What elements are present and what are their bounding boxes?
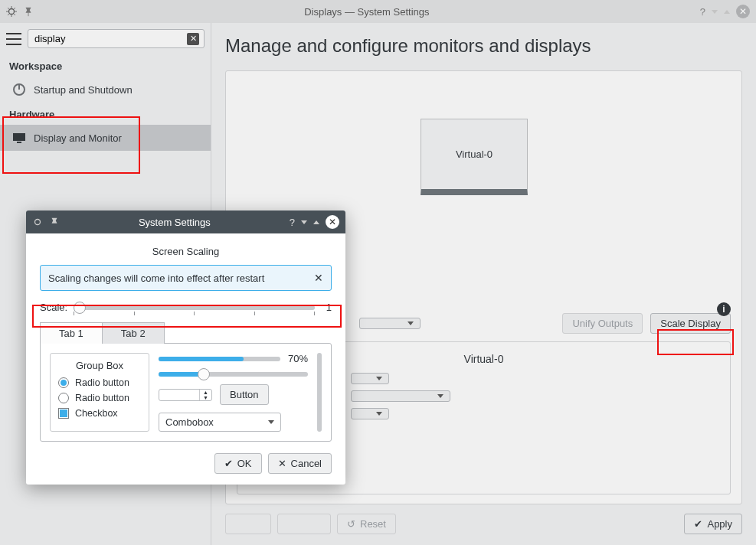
info-message-text: Scaling changes will come into effect af… <box>48 272 264 284</box>
spin-up-icon: ▲ <box>200 390 211 395</box>
minimize-icon[interactable] <box>301 220 307 224</box>
apply-button[interactable]: ✔Apply <box>684 514 742 534</box>
maximize-icon[interactable] <box>313 220 319 224</box>
tab-1[interactable]: Tab 1 <box>40 322 103 344</box>
partial-dropdown[interactable] <box>359 318 421 329</box>
sidebar-item-label: Display and Monitor <box>34 132 122 144</box>
setting-dropdown-2[interactable] <box>351 408 389 419</box>
orientation-dropdown[interactable] <box>351 390 450 402</box>
bottom-action-bar: ↺Reset ✔Apply <box>225 514 742 534</box>
page-title: Manage and configure monitors and displa… <box>225 35 742 57</box>
close-icon[interactable]: ✕ <box>736 5 750 18</box>
demo-slider[interactable] <box>159 372 308 377</box>
scrollbar[interactable] <box>317 353 322 432</box>
monitor-tile[interactable]: Virtual-0 <box>421 119 528 195</box>
reset-button[interactable]: ↺Reset <box>337 514 396 534</box>
svg-point-0 <box>9 9 15 15</box>
dialog-subtitle: Screen Scaling <box>40 246 332 257</box>
group-box: Group Box Radio button Radio button Chec… <box>50 353 149 432</box>
clear-search-icon[interactable]: ✕ <box>187 33 199 45</box>
groupbox-title: Group Box <box>58 360 141 371</box>
search-input[interactable]: ✕ <box>28 29 205 48</box>
svg-rect-4 <box>13 133 25 141</box>
svg-point-6 <box>35 220 41 225</box>
info-message: Scaling changes will come into effect af… <box>40 265 332 291</box>
category-hardware: Hardware <box>0 103 211 125</box>
monitor-icon <box>12 131 26 145</box>
search-field[interactable] <box>33 32 187 45</box>
sidebar-item-display[interactable]: Display and Monitor <box>0 125 211 151</box>
tab-2[interactable]: Tab 2 <box>103 322 165 344</box>
pin-icon[interactable] <box>23 6 34 17</box>
scale-value: 1 <box>321 302 332 313</box>
checkbox-1[interactable]: Checkbox <box>58 408 141 419</box>
demo-button[interactable]: Button <box>220 384 269 405</box>
close-icon[interactable]: ✕ <box>326 215 339 229</box>
hidden-btn-2[interactable] <box>277 514 331 534</box>
pin-icon[interactable] <box>49 217 60 227</box>
scale-display-button[interactable]: Scale Display <box>650 313 731 334</box>
window-titlebar: Displays — System Settings ? ✕ <box>0 0 756 23</box>
info-icon[interactable]: i <box>717 302 731 316</box>
settings-icon <box>32 217 43 227</box>
minimize-icon[interactable] <box>712 10 718 14</box>
svg-rect-5 <box>17 142 21 143</box>
menu-icon[interactable] <box>6 33 21 45</box>
progress-bar <box>159 357 280 361</box>
setting-dropdown-1[interactable] <box>351 373 389 384</box>
settings-icon <box>6 6 17 17</box>
dismiss-message-icon[interactable]: ✕ <box>314 272 323 284</box>
scale-slider[interactable] <box>74 305 315 310</box>
tab-content: Group Box Radio button Radio button Chec… <box>40 343 332 442</box>
scale-row: Scale: 1 <box>40 302 332 313</box>
help-icon[interactable]: ? <box>290 217 295 228</box>
screen-scaling-dialog: System Settings ? ✕ Screen Scaling Scali… <box>26 210 345 485</box>
radio-1[interactable]: Radio button <box>58 377 141 388</box>
scale-label: Scale: <box>40 302 67 313</box>
spin-down-icon: ▼ <box>200 395 211 400</box>
spinbox[interactable]: ▲▼ <box>159 389 212 401</box>
dialog-title: System Settings <box>60 217 290 228</box>
progress-value: 70% <box>288 353 308 364</box>
power-icon <box>12 83 26 96</box>
radio-2[interactable]: Radio button <box>58 393 141 403</box>
sidebar-item-startup[interactable]: Startup and Shutdown <box>0 77 211 103</box>
monitor-label: Virtual-0 <box>456 148 493 160</box>
ok-button[interactable]: ✔OK <box>214 453 262 474</box>
help-icon[interactable]: ? <box>700 6 705 18</box>
window-title: Displays — System Settings <box>34 6 700 18</box>
unify-outputs-button[interactable]: Unify Outputs <box>562 313 643 334</box>
sidebar-item-label: Startup and Shutdown <box>34 84 133 96</box>
category-workspace: Workspace <box>0 54 211 77</box>
hidden-btn-1[interactable] <box>225 514 271 534</box>
demo-combobox[interactable]: Combobox <box>159 413 281 432</box>
maximize-icon[interactable] <box>724 10 730 14</box>
cancel-button[interactable]: ✕Cancel <box>268 453 332 474</box>
